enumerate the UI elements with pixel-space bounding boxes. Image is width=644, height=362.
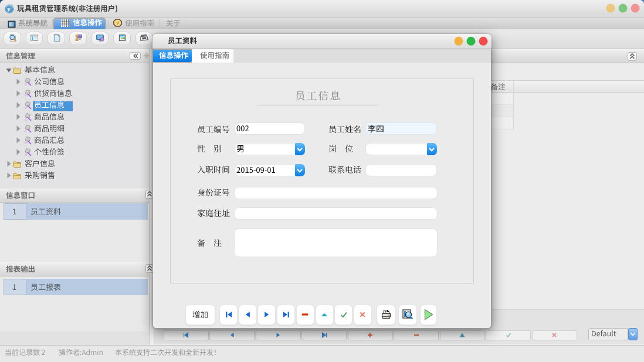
- svg-text:?: ?: [116, 19, 120, 26]
- svg-text:y: y: [6, 5, 10, 12]
